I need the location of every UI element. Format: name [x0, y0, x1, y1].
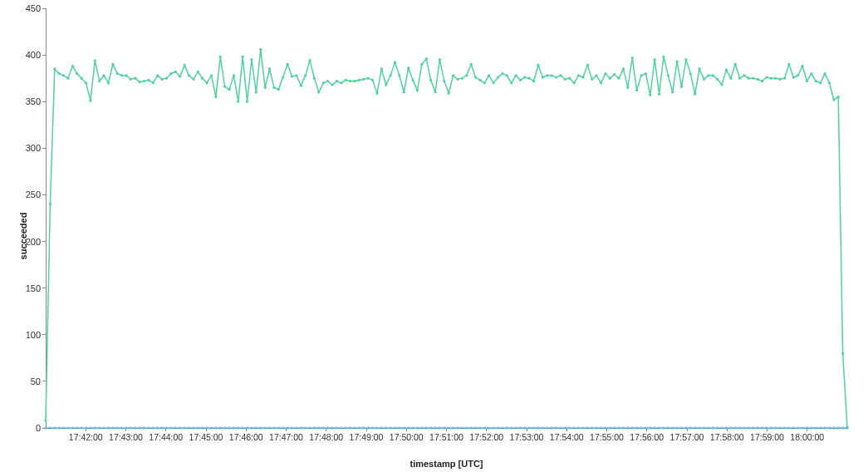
data-point-succeeded	[300, 85, 302, 87]
data-point-succeeded	[596, 74, 598, 76]
data-point-succeeded	[398, 74, 400, 76]
data-point-succeeded	[456, 78, 459, 81]
data-point-succeeded	[671, 91, 674, 93]
data-point-succeeded	[703, 78, 705, 81]
x-tick-label: 17:55:00	[590, 428, 624, 442]
data-point-succeeded	[313, 77, 316, 80]
data-point-succeeded	[658, 93, 660, 96]
data-point-failed	[62, 426, 65, 429]
data-point-succeeded	[385, 83, 387, 86]
data-point-succeeded	[465, 74, 468, 76]
plot-area: 05010015020025030035040045017:42:0017:43…	[46, 8, 847, 428]
data-point-succeeded	[420, 63, 423, 66]
data-point-succeeded	[716, 78, 718, 81]
x-tick-label: 17:59:00	[750, 428, 784, 442]
x-tick-label: 17:57:00	[670, 428, 704, 442]
x-tick-label: 17:43:00	[109, 428, 143, 442]
data-point-succeeded	[564, 78, 566, 81]
data-point-succeeded	[497, 76, 499, 78]
data-point-succeeded	[291, 75, 293, 77]
data-point-failed	[264, 426, 267, 429]
x-tick-label: 17:58:00	[710, 428, 744, 442]
y-tick-label: 200	[7, 237, 46, 247]
data-point-succeeded	[425, 57, 428, 60]
x-tick-label: 17:53:00	[510, 428, 544, 442]
data-point-succeeded	[161, 78, 164, 81]
data-point-succeeded	[255, 91, 257, 93]
data-point-succeeded	[403, 91, 405, 93]
data-point-succeeded	[787, 63, 790, 66]
data-point-succeeded	[694, 93, 696, 96]
data-point-succeeded	[76, 72, 78, 75]
x-axis-label: timestamp [UTC]	[46, 459, 847, 469]
data-point-succeeded	[770, 77, 772, 80]
data-point-succeeded	[139, 81, 141, 83]
data-point-succeeded	[250, 58, 253, 61]
data-point-succeeded	[94, 59, 96, 61]
x-tick-label: 17:46:00	[229, 428, 263, 442]
data-point-succeeded	[197, 71, 199, 73]
data-point-failed	[546, 426, 548, 429]
data-point-succeeded	[295, 74, 297, 76]
data-point-succeeded	[680, 86, 683, 88]
data-point-succeeded	[336, 80, 338, 82]
data-point-succeeded	[85, 81, 87, 84]
data-point-succeeded	[626, 86, 629, 89]
data-point-succeeded	[532, 80, 535, 82]
data-point-succeeded	[71, 65, 74, 67]
data-point-succeeded	[752, 77, 754, 80]
data-point-failed	[143, 426, 145, 429]
data-point-failed	[506, 426, 508, 429]
data-point-succeeded	[375, 92, 378, 95]
data-point-succeeded	[743, 74, 745, 76]
data-point-succeeded	[483, 81, 486, 84]
data-point-failed	[846, 426, 848, 429]
data-point-succeeded	[712, 74, 714, 76]
data-point-succeeded	[698, 67, 700, 70]
y-tick-label: 300	[7, 143, 46, 153]
data-point-failed	[841, 426, 844, 429]
x-tick-label: 17:51:00	[429, 428, 463, 442]
data-point-succeeded	[443, 80, 445, 82]
data-point-succeeded	[823, 72, 826, 75]
data-point-succeeded	[282, 76, 284, 78]
data-point-succeeded	[613, 73, 615, 76]
data-point-succeeded	[631, 57, 634, 59]
data-point-succeeded	[801, 65, 803, 67]
data-point-succeeded	[519, 79, 522, 81]
data-point-succeeded	[434, 91, 436, 93]
data-point-succeeded	[358, 79, 360, 81]
data-point-succeeded	[179, 75, 181, 77]
data-point-succeeded	[841, 352, 844, 355]
data-point-succeeded	[461, 77, 463, 80]
data-point-succeeded	[308, 59, 311, 61]
data-point-succeeded	[89, 100, 91, 102]
chart-svg	[46, 8, 847, 428]
data-point-succeeded	[147, 79, 150, 81]
data-point-succeeded	[837, 96, 840, 98]
data-point-succeeded	[689, 72, 692, 75]
x-tick-label: 17:48:00	[309, 428, 343, 442]
data-point-succeeded	[322, 81, 325, 84]
data-point-succeeded	[729, 77, 732, 80]
data-point-failed	[58, 426, 61, 429]
data-point-succeeded	[738, 77, 741, 80]
data-point-succeeded	[143, 80, 145, 82]
data-point-succeeded	[640, 74, 642, 76]
data-point-succeeded	[210, 74, 213, 76]
data-point-succeeded	[380, 67, 383, 70]
data-point-succeeded	[345, 79, 347, 81]
data-point-succeeded	[635, 89, 638, 91]
data-point-succeeded	[600, 81, 602, 84]
data-point-succeeded	[394, 61, 396, 63]
data-point-succeeded	[510, 81, 512, 84]
data-point-succeeded	[53, 67, 56, 70]
data-point-succeeded	[779, 78, 782, 81]
data-point-succeeded	[277, 88, 280, 91]
data-point-succeeded	[757, 78, 759, 81]
data-point-succeeded	[577, 74, 580, 76]
data-point-succeeded	[617, 77, 620, 80]
data-point-succeeded	[676, 60, 679, 62]
data-point-succeeded	[340, 81, 342, 84]
data-point-failed	[832, 426, 835, 429]
